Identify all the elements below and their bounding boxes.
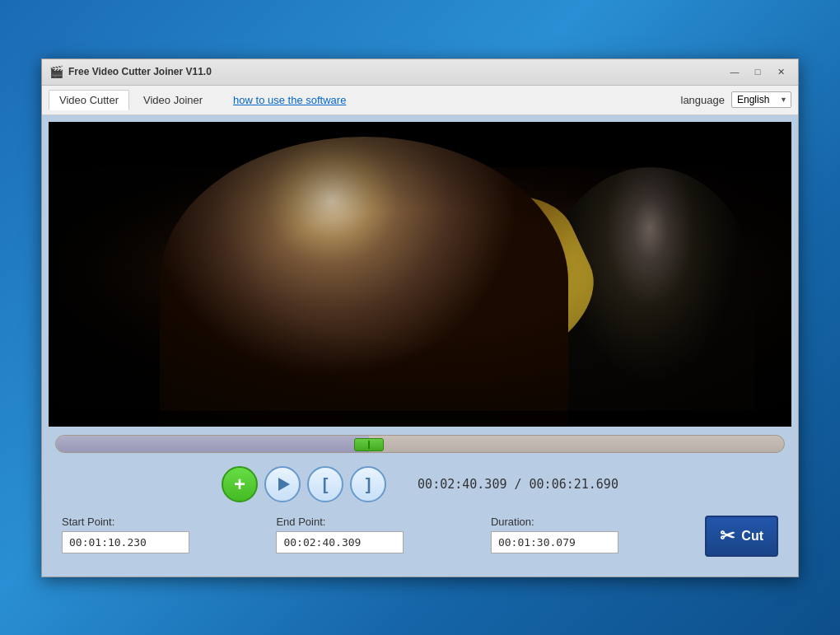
scene-shadow-bottom <box>49 411 791 427</box>
tab-video-joiner[interactable]: Video Joiner <box>133 90 213 110</box>
menu-bar: Video Cutter Video Joiner how to use the… <box>42 86 798 115</box>
restore-button[interactable]: □ <box>747 63 768 80</box>
title-bar: 🎬 Free Video Cutter Joiner V11.0 — □ ✕ <box>42 59 798 86</box>
window-title: Free Video Cutter Joiner V11.0 <box>68 66 724 77</box>
timeline-area <box>49 427 791 456</box>
video-player[interactable] <box>49 122 791 427</box>
cut-button[interactable]: ✂ Cut <box>705 516 778 557</box>
timeline-handle[interactable] <box>354 438 384 451</box>
language-wrapper: English Chinese Spanish French German <box>731 91 791 108</box>
controls-row: + [ ] 00:02:40.309 / 00:06:21.690 <box>49 456 791 509</box>
cut-btn-group: ✂ Cut <box>705 516 778 557</box>
start-point-input[interactable] <box>62 531 189 553</box>
main-window: 🎬 Free Video Cutter Joiner V11.0 — □ ✕ V… <box>41 58 799 577</box>
end-point-group: End Point: <box>276 516 490 553</box>
end-point-label: End Point: <box>276 516 490 528</box>
help-link[interactable]: how to use the software <box>233 94 346 106</box>
video-scene <box>49 122 791 427</box>
add-icon: + <box>234 473 245 496</box>
duration-input[interactable] <box>491 531 618 553</box>
timeline-track[interactable] <box>55 435 785 453</box>
window-controls: — □ ✕ <box>724 63 791 80</box>
time-separator: / <box>514 477 529 492</box>
end-point-input[interactable] <box>276 531 404 553</box>
vignette-overlay <box>49 122 791 427</box>
set-start-button[interactable]: [ <box>307 466 343 502</box>
content-area: + [ ] 00:02:40.309 / 00:06:21.690 Start … <box>42 115 798 577</box>
duration-label: Duration: <box>491 516 705 528</box>
language-label: language <box>681 94 726 106</box>
play-button[interactable] <box>264 466 301 502</box>
app-icon: 🎬 <box>49 64 63 79</box>
set-end-button[interactable]: ] <box>350 466 386 502</box>
points-row: Start Point: End Point: Duration: ✂ Cut <box>49 509 791 570</box>
start-point-label: Start Point: <box>62 516 276 528</box>
video-frame <box>49 122 791 427</box>
play-icon <box>278 478 290 491</box>
minimize-button[interactable]: — <box>724 63 745 80</box>
language-select[interactable]: English Chinese Spanish French German <box>731 91 791 108</box>
start-point-group: Start Point: <box>62 516 276 553</box>
scissors-icon: ✂ <box>720 525 735 547</box>
bracket-left-icon: [ <box>323 476 329 493</box>
add-file-button[interactable]: + <box>222 466 258 502</box>
close-button[interactable]: ✕ <box>770 63 791 80</box>
cut-label: Cut <box>741 529 763 544</box>
time-display: 00:02:40.309 / 00:06:21.690 <box>418 477 618 492</box>
duration-group: Duration: <box>491 516 705 553</box>
current-time: 00:02:40.309 <box>418 477 506 492</box>
timeline-played <box>56 436 369 452</box>
tab-video-cutter[interactable]: Video Cutter <box>49 90 129 110</box>
total-time: 00:06:21.690 <box>530 477 618 492</box>
bracket-right-icon: ] <box>366 476 371 493</box>
language-section: language English Chinese Spanish French … <box>681 91 792 108</box>
